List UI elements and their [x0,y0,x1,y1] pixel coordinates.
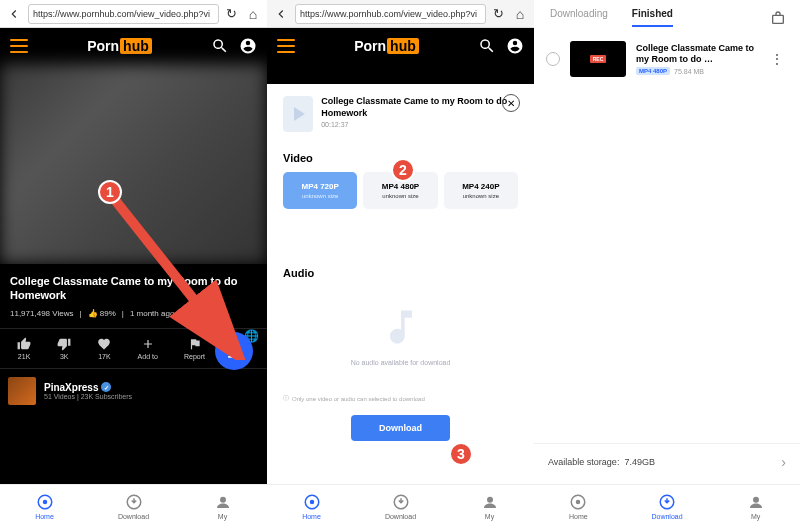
callout-arrow-1 [100,190,250,360]
svg-point-1 [42,500,47,505]
nav-my[interactable]: My [178,485,267,528]
bottom-nav: Home Download My [267,484,534,528]
download-sheet: ✕ College Classmate Came to my Room to d… [271,84,530,480]
home-icon[interactable]: ⌂ [510,4,530,24]
reload-icon[interactable]: ↻ [223,6,239,22]
select-radio[interactable] [546,52,560,66]
audio-empty: No audio available for download [283,287,518,384]
address-bar: ↻ ⌂ [0,0,267,28]
close-icon[interactable]: ✕ [502,94,520,112]
finished-item[interactable]: REC College Classmate Came to my Room to… [534,33,800,85]
nav-my[interactable]: My [711,485,800,528]
audio-section-label: Audio [283,267,518,279]
channel-sub: 51 Videos | 23K Subscribers [44,393,132,400]
item-thumb: REC [570,41,626,77]
site-header: Pornhub [0,28,267,64]
dislike-button[interactable]: 3K [57,337,71,360]
sheet-duration: 00:12:37 [321,121,518,128]
svg-rect-8 [773,15,784,23]
quality-720p[interactable]: MP4 720Punknown size [283,172,357,209]
bottom-nav: Home Download My [534,484,800,528]
site-logo[interactable]: Pornhub [87,38,152,54]
tab-finished[interactable]: Finished [632,8,673,27]
back-icon[interactable] [271,4,291,24]
size-text: 75.84 MB [674,68,704,75]
account-icon[interactable] [239,37,257,55]
svg-point-3 [220,497,226,503]
callout-2: 2 [391,158,415,182]
nav-my[interactable]: My [445,485,534,528]
nav-download[interactable]: Download [356,485,445,528]
tab-downloading[interactable]: Downloading [550,8,608,27]
url-input[interactable] [295,4,486,24]
home-icon[interactable]: ⌂ [243,4,263,24]
address-bar: ↻ ⌂ [267,0,534,28]
account-icon[interactable] [506,37,524,55]
channel-name: PinaXpress✓ [44,382,132,393]
format-badge: MP4 480P [636,67,670,75]
more-icon[interactable]: ⋮ [766,47,788,71]
rec-badge: REC [590,55,607,63]
svg-point-7 [487,497,493,503]
channel-avatar [8,377,36,405]
svg-point-10 [576,500,581,505]
nav-home[interactable]: Home [267,485,356,528]
svg-point-5 [309,500,314,505]
search-icon[interactable] [478,37,496,55]
sheet-title: College Classmate Came to my Room to do … [321,96,518,119]
item-title: College Classmate Came to my Room to do … [636,43,756,65]
back-icon[interactable] [4,4,24,24]
site-header: Pornhub [267,28,534,64]
channel-row[interactable]: PinaXpress✓ 51 Videos | 23K Subscribers [0,369,267,413]
quality-240p[interactable]: MP4 240Punknown size [444,172,518,209]
menu-icon[interactable] [277,39,295,53]
reload-icon[interactable]: ↻ [490,6,506,22]
toolbox-icon[interactable] [770,10,786,30]
search-icon[interactable] [211,37,229,55]
nav-home[interactable]: Home [0,485,89,528]
sheet-thumb [283,96,313,132]
storage-row[interactable]: Available storage: 7.49GB › [534,443,800,480]
site-logo[interactable]: Pornhub [354,38,419,54]
nav-home[interactable]: Home [534,485,623,528]
sheet-note: ⓘOnly one video or audio can selected to… [283,394,518,403]
nav-download[interactable]: Download [623,485,712,528]
verified-icon: ✓ [101,382,111,392]
download-button[interactable]: Download [351,415,450,441]
svg-point-12 [753,497,759,503]
menu-icon[interactable] [10,39,28,53]
music-icon [379,305,423,349]
url-input[interactable] [28,4,219,24]
chevron-right-icon: › [781,454,786,470]
callout-3: 3 [449,442,473,466]
download-tabs: Downloading Finished [534,0,800,27]
like-button[interactable]: 21K [17,337,31,360]
nav-download[interactable]: Download [89,485,178,528]
callout-1: 1 [98,180,122,204]
bottom-nav: Home Download My [0,484,267,528]
